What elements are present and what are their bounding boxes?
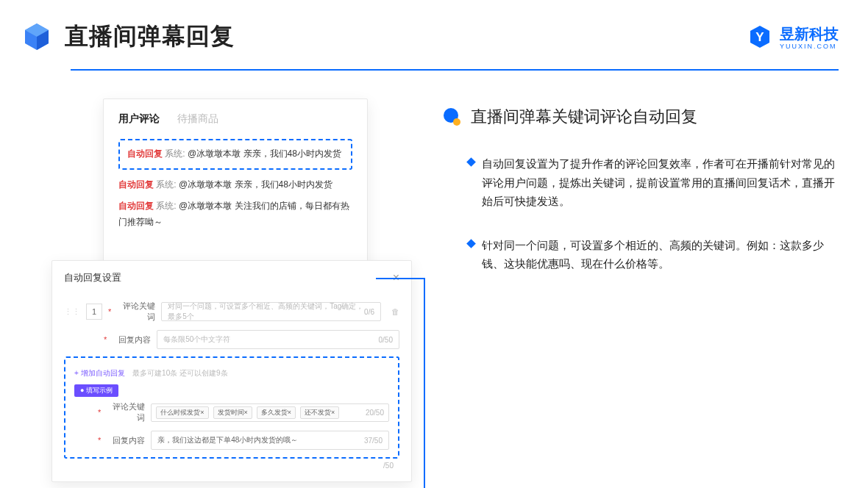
content-input[interactable]: 每条限50个中文字符 0/50 [157,330,399,349]
content: 用户评论 待播商品 自动回复 系统: @冰墩墩本墩 亲亲，我们48小时内发货 自… [0,71,868,298]
add-auto-reply-link[interactable]: + 增加自动回复 [74,369,125,377]
system-tag: 系统: [165,148,185,159]
keyword-placeholder: 对同一个问题，可设置多个相近、高频的关键词，Tag确定，最多5个 [168,301,364,322]
content-placeholder: 每条限50个中文字符 [163,334,230,345]
section-head: 直播间弹幕关键词评论自动回复 [441,106,839,128]
required-dot: * [104,335,107,344]
keyword-row: ⋮⋮ 1 * 评论关键词 对同一个问题，可设置多个相近、高频的关键词，Tag确定… [64,301,399,323]
system-tag: 系统: [156,179,176,190]
example-keyword-row: * 评论关键词 什么时候发货× 发货时间× 多久发货× 还不发货× 20/50 [74,401,389,423]
brand-icon: Y [747,24,772,49]
connector-line [376,278,424,279]
keyword-label: 评论关键词 [117,301,155,323]
bullet-point: 针对同一个问题，可设置多个相近的、高频的关键词。例如：这款多少钱、这块能优惠吗、… [441,236,839,273]
keyword-counter: 0/6 [364,308,374,316]
comment-text: @冰墩墩本墩 亲亲，我们48小时内发货 [188,148,341,159]
svg-text:Y: Y [755,30,764,44]
brand-logo: Y 昱新科技 YUUXIN.COM [747,24,839,50]
auto-reply-tag: 自动回复 [118,201,154,211]
example-content-row: * 回复内容 亲，我们这边都是下单48小时内发货的哦～ 37/50 [74,431,389,450]
point-text: 针对同一个问题，可设置多个相近的、高频的关键词。例如：这款多少钱、这块能优惠吗、… [482,236,839,273]
tag-chip[interactable]: 多久发货× [257,406,296,419]
bullet-point: 自动回复设置为了提升作者的评论回复效率，作者可在开播前针对常见的评论用户问题，提… [441,154,839,211]
content-counter: 0/50 [379,336,393,344]
comment-row: 自动回复 系统: @冰墩墩本墩 亲亲，我们48小时内发货 [118,177,352,193]
tab-pending-goods[interactable]: 待播商品 [177,112,218,126]
required-dot: * [108,307,111,316]
ex-keyword-counter: 20/50 [366,409,384,417]
example-box: + 增加自动回复 最多可建10条 还可以创建9条 ● 填写示例 * 评论关键词 … [64,356,399,459]
cube-icon [22,22,51,51]
svg-point-5 [453,118,460,126]
diamond-icon [466,157,476,167]
add-hint: 最多可建10条 还可以创建9条 [132,369,227,377]
left-column: 用户评论 待播商品 自动回复 系统: @冰墩墩本墩 亲亲，我们48小时内发货 自… [44,98,397,298]
bubble-icon [441,107,460,126]
example-badge: ● 填写示例 [74,384,118,397]
content-label: 回复内容 [113,334,151,345]
tab-user-comments[interactable]: 用户评论 [118,112,160,126]
highlighted-comment: 自动回复 系统: @冰墩墩本墩 亲亲，我们48小时内发货 [118,139,352,170]
settings-card: 自动回复设置 × ⋮⋮ 1 * 评论关键词 对同一个问题，可设置多个相近、高频的… [51,260,412,482]
right-column: 直播间弹幕关键词评论自动回复 自动回复设置为了提升作者的评论回复效率，作者可在开… [441,98,839,298]
tabs: 用户评论 待播商品 [118,112,352,126]
point-text: 自动回复设置为了提升作者的评论回复效率，作者可在开播前针对常见的评论用户问题，提… [482,154,839,211]
comment-text: @冰墩墩本墩 亲亲，我们48小时内发货 [179,179,332,190]
settings-title: 自动回复设置 [64,271,121,284]
ex-content-text: 亲，我们这边都是下单48小时内发货的哦～ [157,435,298,445]
diamond-icon [466,239,476,248]
auto-reply-tag: 自动回复 [127,148,163,159]
tag-chip[interactable]: 还不发货× [300,406,339,419]
add-row: + 增加自动回复 最多可建10条 还可以创建9条 [74,365,389,378]
ex-keyword-label: 评论关键词 [107,401,145,423]
comment-row: 自动回复 系统: @冰墩墩本墩 亲亲，我们48小时内发货 [127,146,344,162]
trash-icon[interactable]: 🗑 [391,307,399,316]
example-content-input[interactable]: 亲，我们这边都是下单48小时内发货的哦～ 37/50 [151,431,389,450]
comments-card: 用户评论 待播商品 自动回复 系统: @冰墩墩本墩 亲亲，我们48小时内发货 自… [103,98,368,281]
tag-chip[interactable]: 发货时间× [213,406,252,419]
header-left: 直播间弹幕回复 [22,21,235,53]
required-dot: * [98,436,101,445]
index-box: 1 [86,304,102,320]
brand-name: 昱新科技 [780,24,839,44]
content-row: * 回复内容 每条限50个中文字符 0/50 [64,330,399,349]
drag-handle-icon[interactable]: ⋮⋮ [64,307,80,317]
example-tag-input[interactable]: 什么时候发货× 发货时间× 多久发货× 还不发货× 20/50 [151,403,389,422]
section-title: 直播间弹幕关键词评论自动回复 [471,106,697,128]
comment-text: @冰墩墩本墩 关注我们的店铺，每日都有热门推荐呦～ [118,201,349,227]
ex-content-counter: 37/50 [364,437,383,445]
comment-row: 自动回复 系统: @冰墩墩本墩 关注我们的店铺，每日都有热门推荐呦～ [118,198,352,230]
auto-reply-tag: 自动回复 [118,179,154,190]
system-tag: 系统: [156,201,176,211]
keyword-input[interactable]: 对同一个问题，可设置多个相近、高频的关键词，Tag确定，最多5个 0/6 [161,302,381,321]
ex-content-label: 回复内容 [107,435,145,446]
settings-header: 自动回复设置 × [64,271,399,284]
page-header: 直播间弹幕回复 Y 昱新科技 YUUXIN.COM [0,0,868,53]
outer-counter: /50 [64,459,399,470]
brand-sub: YUUXIN.COM [780,43,839,50]
connector-line [424,278,425,488]
tag-chip[interactable]: 什么时候发货× [156,406,208,419]
page-title: 直播间弹幕回复 [65,21,235,53]
required-dot: * [98,408,101,417]
